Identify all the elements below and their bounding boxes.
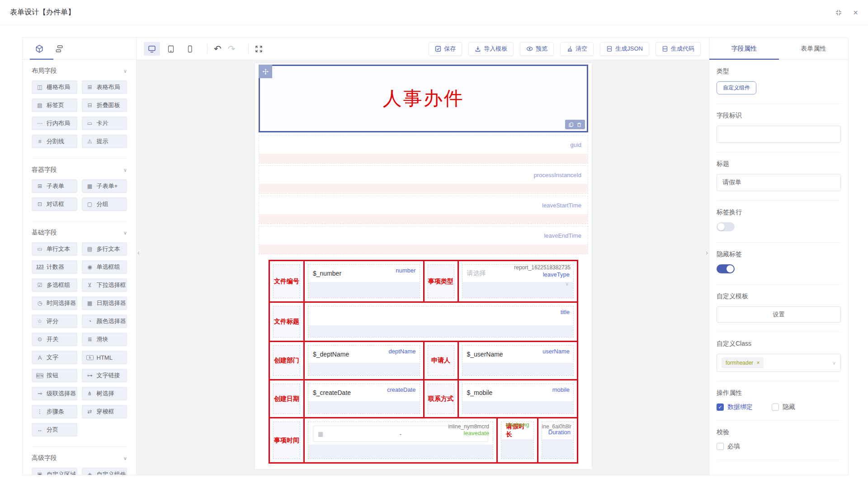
palette-item-time-picker[interactable]: ◷时间选择器 bbox=[32, 296, 77, 310]
cell-doc-number-label[interactable]: 文件编号 bbox=[270, 261, 303, 301]
hide-label-toggle[interactable] bbox=[717, 264, 735, 273]
cell-doc-title-field[interactable]: title bbox=[303, 303, 577, 341]
clear-button[interactable]: 清空 bbox=[560, 42, 594, 56]
fullscreen-button[interactable] bbox=[255, 45, 263, 53]
section-header-container[interactable]: 容器字段 ∨ bbox=[32, 166, 127, 174]
single-line-text-icon: ▭ bbox=[36, 246, 43, 252]
custom-class-select[interactable]: formheader × ∨ bbox=[717, 354, 841, 372]
palette-item-checkbox-group[interactable]: ☑多选框组 bbox=[32, 278, 77, 292]
delete-component-button[interactable] bbox=[576, 122, 582, 127]
palette-item-multi-line-text[interactable]: ▤多行文本 bbox=[82, 242, 127, 256]
hidden-field-leave-start-time[interactable]: leaveStartTime bbox=[259, 196, 588, 224]
remove-tag-icon[interactable]: × bbox=[756, 360, 760, 366]
cell-applicant-label[interactable]: 申请人 bbox=[423, 342, 458, 379]
palette-item-cascader[interactable]: ⊸级联选择器 bbox=[32, 387, 77, 400]
palette-item-dialog[interactable]: ⊡对话框 bbox=[32, 197, 77, 211]
cell-matter-time-label[interactable]: 事项时间 bbox=[270, 418, 303, 462]
palette-item-text[interactable]: A文字 bbox=[32, 351, 77, 364]
palette-item-alert[interactable]: ⚠提示 bbox=[82, 135, 127, 148]
palette-item-html[interactable]: 5HTML bbox=[82, 351, 127, 364]
palette-item-grid-layout[interactable]: ◫栅格布局 bbox=[32, 80, 77, 94]
palette-item-transfer[interactable]: ⇄穿梭框 bbox=[82, 405, 127, 418]
palette-item-switch[interactable]: ⊙开关 bbox=[32, 333, 77, 346]
section-header-advanced[interactable]: 高级字段 ∨ bbox=[32, 454, 127, 462]
selected-header-component[interactable]: 人事办件 bbox=[259, 65, 588, 132]
cell-applicant-field[interactable]: $_userNameuserName bbox=[458, 342, 577, 379]
save-button[interactable]: 保存 bbox=[429, 42, 462, 56]
close-icon[interactable]: × bbox=[853, 8, 858, 17]
cell-doc-number-field[interactable]: $_numbernumber bbox=[303, 261, 423, 301]
cell-dept-field[interactable]: $_deptNamedeptName bbox=[303, 342, 423, 379]
cell-matter-type-field[interactable]: report_1622518382735 请选择leaveType ∨ bbox=[458, 261, 577, 301]
cell-create-date-field[interactable]: $_createDatecreateDate bbox=[303, 380, 423, 417]
palette-item-steps[interactable]: ⋮步骤条 bbox=[32, 405, 77, 418]
palette-item-divider[interactable]: ≡分割线 bbox=[32, 135, 77, 148]
undo-button[interactable]: ↶ bbox=[214, 44, 222, 53]
palette-item-counter[interactable]: 123计数器 bbox=[32, 260, 77, 274]
palette-item-inline-layout[interactable]: ⋯行内布局 bbox=[32, 117, 77, 130]
copy-component-button[interactable] bbox=[568, 122, 574, 127]
palette-item-custom-area[interactable]: ▣自定义区域 bbox=[32, 468, 77, 475]
palette-item-rate[interactable]: ☆评分 bbox=[32, 314, 77, 328]
palette-item-custom-component[interactable]: ◈自定义组件 bbox=[82, 468, 127, 475]
palette-item-collapse-panel[interactable]: ⊟折叠面板 bbox=[82, 99, 127, 112]
cell-matter-time-field[interactable]: inline_nym8mcrd leavedate ▦ - bbox=[303, 418, 496, 462]
palette-item-date-picker[interactable]: ▦日期选择器 bbox=[82, 296, 127, 310]
device-tablet-button[interactable] bbox=[163, 42, 179, 56]
generate-json-button[interactable]: 生成JSON bbox=[600, 42, 649, 56]
device-mobile-button[interactable] bbox=[182, 42, 198, 56]
cell-matter-type-label[interactable]: 事项类型 bbox=[423, 261, 458, 301]
tab-field-properties[interactable]: 字段属性 bbox=[709, 38, 779, 59]
compress-icon[interactable] bbox=[835, 9, 842, 16]
tab-components[interactable] bbox=[35, 45, 43, 53]
palette-item-single-line-text[interactable]: ▭单行文本 bbox=[32, 242, 77, 256]
tab-form-properties[interactable]: 表单属性 bbox=[779, 38, 849, 59]
design-canvas[interactable]: ‹ › 人事办件 bbox=[137, 60, 709, 475]
palette-item-tree-select[interactable]: ⋔树选择 bbox=[82, 387, 127, 400]
palette-item-pagination[interactable]: ↔分页 bbox=[32, 423, 77, 436]
palette-item-select[interactable]: ⊻下拉选择框 bbox=[82, 278, 127, 292]
palette-item-card[interactable]: ▭卡片 bbox=[82, 117, 127, 130]
tab-outline[interactable] bbox=[55, 45, 63, 53]
generate-code-button[interactable]: 生成代码 bbox=[656, 42, 701, 56]
palette-item-group[interactable]: ▢分组 bbox=[82, 197, 127, 211]
cell-contact-label[interactable]: 联系方式 bbox=[423, 380, 458, 417]
cell-duration-label[interactable]: shichang 请假时长 bbox=[496, 418, 537, 462]
cell-doc-title-label[interactable]: 文件标题 bbox=[270, 303, 303, 341]
label-wrap-toggle[interactable] bbox=[717, 222, 735, 231]
hidden-field-guid[interactable]: guid bbox=[259, 135, 588, 164]
cell-duration-field[interactable]: ine_6ai0h8lr Duration bbox=[537, 418, 577, 462]
palette-item-button[interactable]: BTN按钮 bbox=[32, 369, 77, 382]
move-handle[interactable] bbox=[259, 65, 272, 78]
section-header-layout[interactable]: 布局字段 ∨ bbox=[32, 67, 127, 75]
redo-button[interactable]: ↷ bbox=[228, 44, 236, 53]
device-desktop-button[interactable] bbox=[144, 42, 160, 56]
preview-button[interactable]: 预览 bbox=[520, 42, 554, 56]
hidden-checkbox[interactable]: 隐藏 bbox=[772, 403, 795, 411]
palette-item-subform[interactable]: ⊞子表单 bbox=[32, 179, 77, 193]
field-id-input[interactable] bbox=[717, 126, 841, 143]
section-header-basic[interactable]: 基础字段 ∨ bbox=[32, 229, 127, 237]
palette-item-table-layout[interactable]: ⊞表格布局 bbox=[82, 80, 127, 94]
cell-contact-field[interactable]: $_mobilemobile bbox=[458, 380, 577, 417]
cell-create-date-label[interactable]: 创建日期 bbox=[270, 380, 303, 417]
collapse-left-handle[interactable]: ‹ bbox=[137, 249, 140, 256]
palette-item-radio-group[interactable]: ◉单选框组 bbox=[82, 260, 127, 274]
title-input[interactable] bbox=[717, 174, 841, 191]
palette-item-text-link[interactable]: ⊶文字链接 bbox=[82, 369, 127, 382]
palette-item-color-picker[interactable]: ◔颜色选择器 bbox=[82, 314, 127, 328]
type-tag[interactable]: 自定义组件 bbox=[717, 81, 756, 94]
hidden-field-process-instance-id[interactable]: processInstanceId bbox=[259, 165, 588, 194]
import-template-button[interactable]: 导入模板 bbox=[468, 42, 514, 56]
palette-item-tabs[interactable]: ▤标签页 bbox=[32, 99, 77, 112]
hidden-field-leave-end-time[interactable]: leaveEndTime bbox=[259, 226, 588, 254]
palette-item-slider[interactable]: ≣滑块 bbox=[82, 333, 127, 346]
settings-button[interactable]: 设置 bbox=[717, 306, 841, 323]
cell-dept-label[interactable]: 创建部门 bbox=[270, 342, 303, 379]
collapse-right-handle[interactable]: › bbox=[706, 249, 708, 256]
palette-item-subform-plus[interactable]: ▦子表单+ bbox=[82, 179, 127, 193]
toolbar-divider bbox=[207, 44, 208, 54]
prop-hide-label: 隐藏标签 bbox=[717, 243, 841, 285]
data-binding-checkbox[interactable]: ✓ 数据绑定 bbox=[717, 403, 753, 411]
required-checkbox[interactable]: 必填 bbox=[717, 442, 841, 450]
